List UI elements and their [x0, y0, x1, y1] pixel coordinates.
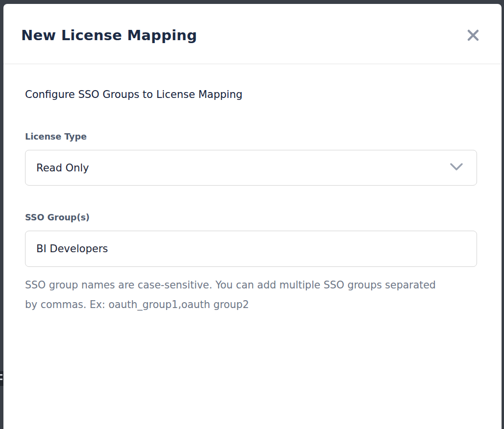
modal-subtitle: Configure SSO Groups to License Mapping [25, 89, 477, 100]
sso-groups-input[interactable] [25, 231, 477, 267]
chevron-down-icon [450, 163, 463, 173]
new-license-mapping-modal: New License Mapping Configure SSO Groups… [3, 4, 502, 429]
modal-body: Configure SSO Groups to License Mapping … [3, 64, 502, 315]
close-icon [466, 28, 480, 42]
background-page-fragment [0, 371, 3, 386]
license-type-label: License Type [25, 132, 477, 142]
license-type-select[interactable]: Read Only [25, 150, 477, 186]
modal-header: New License Mapping [3, 4, 502, 64]
sso-groups-label: SSO Group(s) [25, 213, 477, 222]
close-button[interactable] [464, 26, 482, 44]
sso-groups-helper-text: SSO group names are case-sensitive. You … [25, 276, 437, 315]
license-type-selected-value: Read Only [36, 162, 89, 174]
modal-title: New License Mapping [21, 27, 197, 44]
